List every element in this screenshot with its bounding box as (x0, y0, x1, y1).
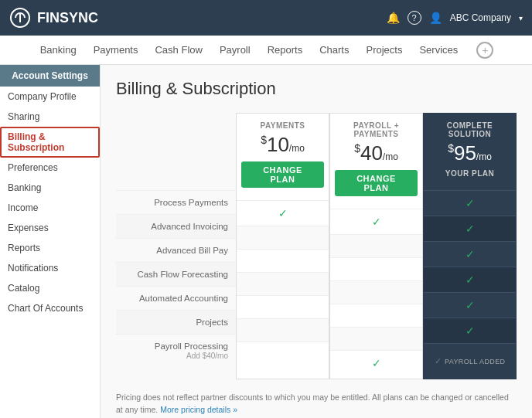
plan-payroll-price: $40/mo (335, 141, 418, 165)
page-title: Billing & Subscription (116, 79, 517, 99)
logo: FINSYNC (9, 7, 98, 29)
sidebar-item-sharing[interactable]: Sharing (0, 107, 100, 127)
plans-area: Process Payments Advanced Invoicing Adva… (116, 113, 517, 379)
feature-label-6: Payroll Processing Add $40/mo (116, 334, 236, 367)
plan-complete-feature-4: ✓ (424, 292, 516, 318)
plan-payroll-feature-1 (330, 234, 422, 257)
nav-charts[interactable]: Charts (318, 41, 350, 59)
nav-services[interactable]: Services (418, 41, 459, 59)
sidebar-item-chart-of-accounts[interactable]: Chart Of Accounts (0, 298, 100, 318)
plan-payments: PAYMENTS $10/mo CHANGE PLAN ✓ (236, 113, 329, 379)
plan-payroll-feature-2 (330, 257, 422, 280)
plan-payroll-feature-5 (330, 327, 422, 350)
plan-complete-feature-0: ✓ (424, 190, 516, 216)
check-icon: ✓ (466, 299, 475, 311)
nav-projects[interactable]: Projects (364, 41, 404, 59)
plan-complete-name: COMPLETE SOLUTION (428, 121, 511, 138)
your-plan-label: YOUR PLAN (428, 165, 511, 184)
plan-payments-name: PAYMENTS (241, 121, 324, 130)
main-nav: Banking Payments Cash Flow Payroll Repor… (0, 36, 532, 65)
payments-change-plan-button[interactable]: CHANGE PLAN (241, 161, 324, 188)
plan-payments-feature-2 (237, 249, 329, 272)
plan-payroll-feature-6: ✓ (330, 350, 422, 376)
sidebar-item-income[interactable]: Income (0, 198, 100, 218)
check-icon: ✓ (466, 325, 475, 337)
plan-payments-price: $10/mo (241, 133, 324, 157)
check-icon: ✓ (278, 207, 288, 219)
check-icon: ✓ (466, 223, 475, 235)
header-icons: 🔔 ? 👤 ABC Company ▾ (387, 11, 523, 25)
plan-payments-feature-6 (237, 342, 329, 365)
chevron-down-icon: ▾ (519, 14, 523, 22)
payroll-change-plan-button[interactable]: CHANGE PLAN (335, 170, 418, 196)
pricing-link[interactable]: More pricing details » (160, 405, 237, 414)
plan-payroll-feature-4 (330, 304, 422, 327)
nav-add-button[interactable]: + (476, 42, 493, 59)
nav-payroll[interactable]: Payroll (218, 41, 252, 59)
header: FINSYNC 🔔 ? 👤 ABC Company ▾ (0, 0, 532, 36)
plan-complete-price: $95/mo (428, 141, 511, 165)
plan-complete-feature-3: ✓ (424, 267, 516, 292)
bell-icon[interactable]: 🔔 (387, 12, 400, 24)
user-name: ABC Company (450, 12, 511, 23)
check-icon: ✓ (466, 274, 475, 286)
plan-payments-feature-0: ✓ (237, 200, 329, 226)
plan-columns: PAYMENTS $10/mo CHANGE PLAN ✓ PAYROLL (236, 113, 517, 379)
feature-label-2: Advanced Bill Pay (116, 238, 236, 262)
sidebar-item-notifications[interactable]: Notifications (0, 258, 100, 278)
feature-label-4: Automated Accounting (116, 286, 236, 310)
nav-reports[interactable]: Reports (266, 41, 305, 59)
plan-payroll-feature-0: ✓ (330, 209, 422, 234)
payroll-added-badge: ✓ PAYROLL ADDED (431, 350, 509, 372)
main-layout: Account Settings Company Profile Sharing… (0, 65, 532, 418)
plan-complete-feature-1: ✓ (424, 216, 516, 241)
check-icon: ✓ (372, 357, 381, 369)
feature-label-3: Cash Flow Forecasting (116, 262, 236, 286)
sidebar: Account Settings Company Profile Sharing… (0, 65, 101, 418)
check-icon: ✓ (466, 248, 475, 260)
plan-complete: COMPLETE SOLUTION $95/mo YOUR PLAN ✓ ✓ ✓… (423, 113, 517, 379)
logo-text: FINSYNC (37, 10, 98, 26)
content-area: Billing & Subscription Process Payments … (101, 65, 532, 418)
nav-payments[interactable]: Payments (92, 41, 140, 59)
plan-complete-feature-2: ✓ (424, 241, 516, 267)
payroll-check-icon: ✓ (435, 356, 442, 366)
plan-payments-feature-5 (237, 318, 329, 342)
plan-payments-feature-3 (237, 272, 329, 295)
user-icon[interactable]: 👤 (429, 12, 442, 24)
check-icon: ✓ (466, 197, 475, 209)
sidebar-item-banking[interactable]: Banking (0, 178, 100, 198)
feature-labels: Process Payments Advanced Invoicing Adva… (116, 113, 236, 379)
nav-cashflow[interactable]: Cash Flow (153, 41, 203, 59)
plan-payroll-payments: PAYROLL + PAYMENTS $40/mo CHANGE PLAN ✓ … (329, 113, 423, 379)
plan-complete-feature-6: ✓ PAYROLL ADDED (424, 343, 516, 379)
feature-label-1: Advanced Invoicing (116, 214, 236, 238)
sidebar-item-reports[interactable]: Reports (0, 238, 100, 258)
logo-icon (9, 7, 31, 29)
plan-complete-header: COMPLETE SOLUTION $95/mo YOUR PLAN (424, 114, 516, 190)
check-icon: ✓ (372, 216, 381, 228)
sidebar-header: Account Settings (0, 65, 100, 87)
plan-complete-feature-5: ✓ (424, 318, 516, 343)
payroll-added-label: PAYROLL ADDED (445, 358, 506, 365)
nav-banking[interactable]: Banking (39, 41, 78, 59)
sidebar-item-expenses[interactable]: Expenses (0, 218, 100, 238)
pricing-note: Pricing does not reflect partner discoun… (116, 392, 517, 416)
help-icon[interactable]: ? (408, 11, 421, 25)
plan-payments-feature-4 (237, 295, 329, 318)
sidebar-item-preferences[interactable]: Preferences (0, 158, 100, 178)
sidebar-item-billing[interactable]: Billing & Subscription (0, 127, 100, 158)
plan-payments-header: PAYMENTS $10/mo CHANGE PLAN (237, 114, 329, 200)
feature-label-0: Process Payments (116, 190, 236, 214)
plan-payroll-header: PAYROLL + PAYMENTS $40/mo CHANGE PLAN (330, 114, 422, 209)
feature-label-5: Projects (116, 310, 236, 334)
sidebar-item-company-profile[interactable]: Company Profile (0, 87, 100, 107)
sidebar-item-catalog[interactable]: Catalog (0, 278, 100, 298)
payroll-add-label: Add $40/mo (186, 352, 228, 360)
plan-payroll-name: PAYROLL + PAYMENTS (335, 121, 418, 138)
plan-payments-feature-1 (237, 226, 329, 249)
plan-payroll-feature-3 (330, 280, 422, 304)
